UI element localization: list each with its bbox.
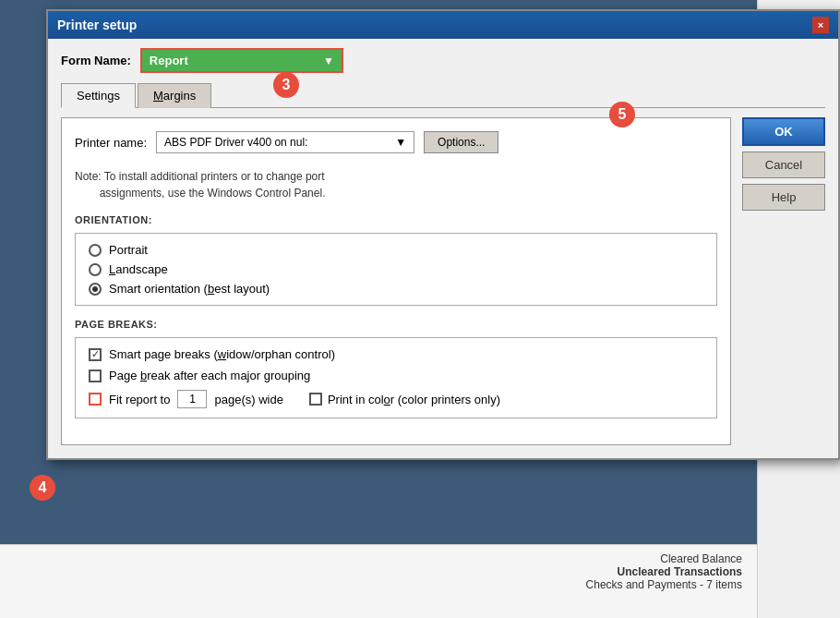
printer-name-row: Printer name: ABS PDF Driver v400 on nul… bbox=[75, 131, 717, 153]
main-content: Printer name: ABS PDF Driver v400 on nul… bbox=[61, 117, 825, 445]
smart-breaks-label: Smart page breaks (widow/orphan control) bbox=[109, 347, 335, 361]
grouping-label: Page break after each major grouping bbox=[109, 369, 310, 382]
pages-input[interactable]: 1 bbox=[177, 390, 207, 408]
orientation-portrait[interactable]: Portrait bbox=[89, 243, 703, 257]
dialog-title: Printer setup bbox=[57, 18, 137, 32]
print-color-label: Print in color (color printers only) bbox=[328, 393, 500, 406]
dialog-close-button[interactable]: × bbox=[812, 17, 829, 33]
tab-margins[interactable]: Margins bbox=[138, 83, 211, 108]
orientation-landscape[interactable]: Landscape bbox=[89, 262, 703, 276]
badge-3: 3 bbox=[273, 72, 299, 98]
dialog-buttons: OK Cancel Help bbox=[742, 117, 825, 445]
fit-report-row: Fit report to 1 page(s) wide Print in co… bbox=[89, 390, 703, 408]
form-name-label: Form Name: bbox=[61, 54, 131, 67]
orientation-options: Portrait Landscape Smart orientation (be… bbox=[75, 233, 717, 306]
printer-name-value: ABS PDF Driver v400 on nul: bbox=[164, 136, 307, 149]
badge-5: 5 bbox=[609, 102, 635, 127]
dialog-titlebar: Printer setup × bbox=[48, 11, 838, 39]
print-color-checkbox[interactable] bbox=[309, 393, 322, 406]
printer-setup-dialog: Printer setup × Form Name: Report ▼ Sett… bbox=[46, 9, 840, 460]
orientation-header: ORIENTATION: bbox=[75, 214, 717, 225]
tabs-row: Settings Margins bbox=[61, 82, 825, 108]
printer-note: Note: To install additional printers or … bbox=[75, 168, 717, 201]
options-button[interactable]: Options... bbox=[424, 131, 498, 153]
pages-value: 1 bbox=[189, 393, 196, 406]
help-button[interactable]: Help bbox=[742, 184, 825, 211]
bottom-bar: Cleared Balance Uncleared Transactions C… bbox=[0, 544, 757, 618]
fit-report-checkbox[interactable] bbox=[89, 393, 102, 406]
smart-label: Smart orientation (best layout) bbox=[109, 282, 270, 296]
ok-button[interactable]: OK bbox=[742, 117, 825, 146]
badge-4: 4 bbox=[30, 475, 55, 501]
cleared-balance-label: Cleared Balance bbox=[15, 552, 742, 565]
printer-dropdown-arrow: ▼ bbox=[395, 136, 406, 149]
portrait-label: Portrait bbox=[109, 243, 148, 257]
smart-breaks-checkbox[interactable] bbox=[89, 348, 102, 361]
smart-page-breaks[interactable]: Smart page breaks (widow/orphan control) bbox=[89, 347, 703, 361]
page-break-grouping[interactable]: Page break after each major grouping bbox=[89, 369, 703, 382]
printer-name-label: Printer name: bbox=[75, 136, 147, 150]
portrait-radio[interactable] bbox=[89, 244, 102, 257]
bottom-content: Cleared Balance Uncleared Transactions C… bbox=[15, 552, 742, 591]
cancel-button[interactable]: Cancel bbox=[742, 151, 825, 178]
page-breaks-section: PAGE BREAKS: Smart page breaks (widow/or… bbox=[75, 319, 717, 418]
printer-name-select[interactable]: ABS PDF Driver v400 on nul: ▼ bbox=[156, 131, 414, 153]
settings-panel: Printer name: ABS PDF Driver v400 on nul… bbox=[61, 117, 731, 445]
form-name-row: Form Name: Report ▼ bbox=[61, 48, 825, 73]
grouping-checkbox[interactable] bbox=[89, 370, 102, 382]
uncleared-label: Uncleared Transactions bbox=[15, 565, 742, 578]
orientation-section: ORIENTATION: Portrait Landscape Smart bbox=[75, 214, 717, 306]
fit-report-label: Fit report to bbox=[109, 393, 170, 406]
checks-payments-label: Checks and Payments - 7 items bbox=[15, 578, 742, 591]
form-name-dropdown-arrow: ▼ bbox=[323, 55, 334, 67]
pages-wide-label: page(s) wide bbox=[214, 393, 282, 406]
page-breaks-header: PAGE BREAKS: bbox=[75, 319, 717, 330]
form-name-select[interactable]: Report ▼ bbox=[140, 48, 343, 73]
landscape-label: Landscape bbox=[109, 262, 168, 276]
dialog-body: Form Name: Report ▼ Settings Margins Pri… bbox=[48, 39, 838, 458]
page-breaks-options: Smart page breaks (widow/orphan control)… bbox=[75, 337, 717, 418]
orientation-smart[interactable]: Smart orientation (best layout) bbox=[89, 282, 703, 296]
tab-margins-label: Margins bbox=[153, 89, 196, 103]
smart-radio[interactable] bbox=[89, 283, 102, 296]
form-name-value: Report bbox=[150, 54, 188, 67]
landscape-radio[interactable] bbox=[89, 263, 102, 276]
tab-settings[interactable]: Settings bbox=[61, 83, 136, 108]
